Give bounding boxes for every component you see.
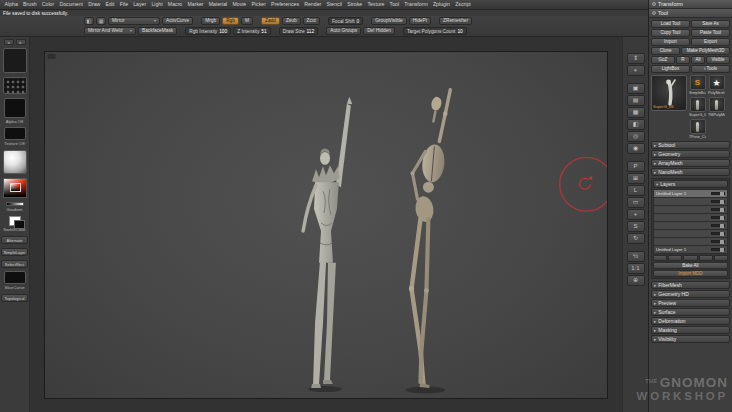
hidept-button[interactable]: HidePt	[409, 17, 431, 25]
goz-button[interactable]: GoZ	[651, 56, 675, 64]
pen-icon[interactable]: ◧	[84, 17, 94, 25]
panel-section[interactable]: ▸ Masking	[651, 326, 730, 334]
menu-item[interactable]: Draw	[86, 0, 103, 9]
menu-item[interactable]: Edit	[103, 0, 117, 9]
render-preview-icon[interactable]: ▤	[627, 95, 645, 106]
canvas-viewport[interactable]	[30, 37, 622, 412]
menu-item[interactable]: Tool	[387, 0, 402, 9]
goz-visible-button[interactable]: Visible	[706, 56, 730, 64]
alternate-button[interactable]: Alternate	[1, 236, 28, 244]
bake-all-button[interactable]: Bake All	[653, 262, 728, 269]
female-figure-model[interactable]	[303, 97, 352, 392]
lightbox-tools-button[interactable]: › Tools	[691, 65, 730, 73]
auto-groups-button[interactable]: Auto Groups	[326, 27, 361, 35]
layer-row[interactable]	[654, 230, 727, 237]
layer-row[interactable]	[654, 222, 727, 229]
zoom-document-icon[interactable]: ⌖	[627, 65, 645, 76]
panel-section[interactable]: ▸ Surface	[651, 308, 730, 316]
layer-action-button[interactable]	[699, 255, 713, 261]
mrgb-button[interactable]: Mrgb	[201, 17, 220, 25]
layer-intensity-slider[interactable]	[711, 240, 725, 243]
rotate-icon[interactable]: ↻	[627, 233, 645, 244]
menu-item[interactable]: Color	[39, 0, 57, 9]
paste-tool-button[interactable]: Paste Tool	[691, 29, 730, 37]
layer-action-button[interactable]	[653, 255, 667, 261]
document[interactable]	[44, 51, 608, 399]
menu-item[interactable]: Zscript	[453, 0, 474, 9]
menu-item[interactable]: Picker	[249, 0, 269, 9]
tool-thumbnail[interactable]: TMPolyMesh_1	[708, 97, 725, 117]
menu-item[interactable]: Material	[206, 0, 230, 9]
transparency-icon[interactable]: ◧	[627, 119, 645, 130]
make-polymesh3d-button[interactable]: Make PolyMesh3D	[681, 47, 730, 55]
menu-item[interactable]: Preferences	[268, 0, 301, 9]
layer-intensity-slider[interactable]	[711, 248, 725, 251]
zcut-button[interactable]: Zcut	[303, 17, 320, 25]
menu-item[interactable]: Render	[302, 0, 324, 9]
simple-layer-button[interactable]: SimpleLayer	[1, 248, 28, 256]
local-symmetry-icon[interactable]: L	[627, 185, 645, 196]
goz-all-button[interactable]: All	[691, 56, 705, 64]
spacer[interactable]	[627, 77, 645, 82]
zremesher-button[interactable]: ZRemesher	[439, 17, 472, 25]
import-button[interactable]: Import	[651, 38, 690, 46]
menu-item[interactable]: Transform	[402, 0, 431, 9]
layer-intensity-slider[interactable]	[711, 200, 725, 203]
del-hidden-button[interactable]: Del Hidden	[363, 27, 395, 35]
layer-intensity-slider[interactable]	[711, 232, 725, 235]
panel-section[interactable]: ▸ Subtool	[651, 141, 730, 149]
menu-item[interactable]: Alpha	[2, 0, 20, 9]
stroke-thumbnail[interactable]	[3, 77, 27, 94]
zsub-button[interactable]: Zsub	[282, 17, 301, 25]
backfacemask-button[interactable]: BackfaceMask	[138, 27, 177, 35]
select-rect-button[interactable]: SelectRect	[1, 260, 28, 268]
panel-section[interactable]: ▸ Visibility	[651, 335, 730, 343]
menu-item[interactable]: Zplugin	[430, 0, 452, 9]
menu-item[interactable]: File	[117, 0, 131, 9]
move-icon[interactable]: +	[627, 209, 645, 220]
rgb-intensity-slider[interactable]: Rgb Intensity100	[185, 27, 231, 35]
copy-tool-button[interactable]: Copy Tool	[651, 29, 690, 37]
floor-grid-icon[interactable]: ⊞	[627, 173, 645, 184]
import-mdd-button[interactable]: Import MDD	[653, 270, 728, 277]
layer-intensity-slider[interactable]	[711, 208, 725, 211]
layer-action-button[interactable]	[668, 255, 682, 261]
menu-item[interactable]: Macro	[165, 0, 185, 9]
menu-item[interactable]: Texture	[365, 0, 387, 9]
ghost-icon[interactable]: ◎	[627, 131, 645, 142]
panel-section[interactable]: ▸ Geometry HD	[651, 290, 730, 298]
layer-slider-knob[interactable]	[720, 216, 724, 220]
zoom-canvas-icon[interactable]: ⊕	[627, 275, 645, 286]
aa-half-icon[interactable]: ½	[627, 251, 645, 262]
gradient-swatch[interactable]	[6, 202, 24, 206]
layer-row[interactable]	[654, 198, 727, 205]
panel-section[interactable]: ▸ Deformation	[651, 317, 730, 325]
bpr-render-icon[interactable]: ▣	[627, 83, 645, 94]
layer-intensity-slider[interactable]	[711, 216, 725, 219]
activcurve-button[interactable]: ActivCurve	[162, 17, 193, 25]
menu-item[interactable]: Movie	[230, 0, 249, 9]
layer-row[interactable]	[654, 206, 727, 213]
tool-thumbnail[interactable]: S SimpleBrush	[689, 75, 706, 95]
transform-palette-header[interactable]: Transform	[649, 0, 732, 9]
mannequin-figure-model[interactable]	[406, 90, 451, 394]
slice-curve-thumbnail[interactable]	[4, 271, 26, 284]
export-button[interactable]: Export	[691, 38, 730, 46]
layer-action-button[interactable]	[714, 255, 728, 261]
load-tool-button[interactable]: Load Tool	[651, 20, 690, 28]
solo-icon[interactable]: ◉	[627, 143, 645, 154]
layer-row[interactable]	[654, 214, 727, 221]
layer-intensity-slider[interactable]	[711, 192, 725, 195]
perspective-icon[interactable]: P	[627, 161, 645, 172]
groupvisible-button[interactable]: GroupVisible	[371, 17, 406, 25]
menu-item[interactable]: Document	[57, 0, 86, 9]
topological-button[interactable]: Topological	[1, 294, 28, 302]
polyframe-icon[interactable]: ▦	[627, 107, 645, 118]
draw-size-slider[interactable]: Draw Size112	[279, 27, 319, 35]
panel-section[interactable]: ▸ FiberMesh	[651, 281, 730, 289]
color-picker-inner[interactable]	[10, 183, 21, 192]
switch-color-swatch[interactable]	[9, 216, 21, 226]
layer-slider-knob[interactable]	[720, 232, 724, 236]
active-tool-thumbnail[interactable]: SuperG_06	[651, 75, 687, 111]
panel-section[interactable]: ▸ Geometry	[651, 150, 730, 158]
